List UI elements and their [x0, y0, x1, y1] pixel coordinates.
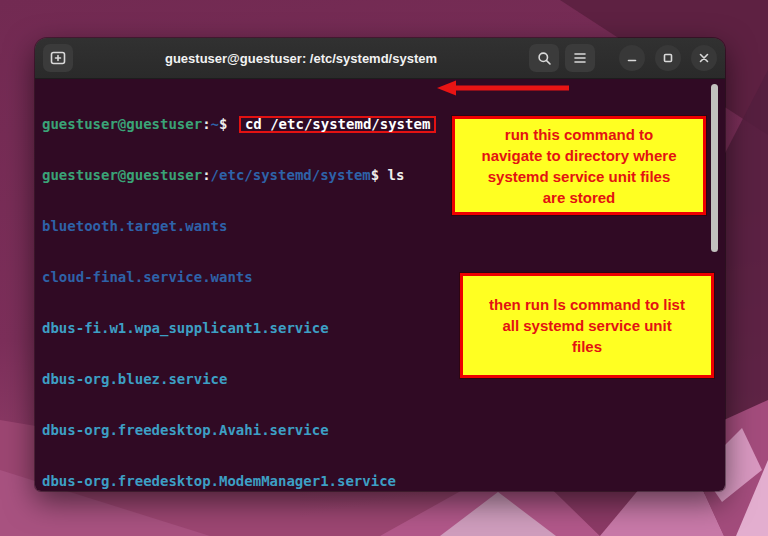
- left-arrow-icon: [437, 80, 569, 96]
- close-button[interactable]: [691, 45, 717, 71]
- ls-command: ls: [388, 167, 405, 183]
- minimize-icon: [626, 52, 638, 64]
- terminal-scrollbar[interactable]: [711, 84, 718, 252]
- callout-line: systemd service unit files: [488, 166, 671, 187]
- highlighted-cd-command: cd /etc/systemd/system: [239, 116, 436, 133]
- window-titlebar[interactable]: guestuser@guestuser: /etc/systemd/system: [35, 38, 725, 79]
- prompt-separator: :: [202, 116, 210, 132]
- listing-directory: bluetooth.target.wants: [42, 218, 725, 235]
- listing-symlink: dbus-org.freedesktop.ModemManager1.servi…: [42, 473, 725, 490]
- callout-cd-explanation: run this command to navigate to director…: [452, 116, 706, 215]
- prompt-dollar: $: [371, 167, 388, 183]
- callout-line: files: [572, 336, 602, 357]
- search-button[interactable]: [529, 44, 559, 72]
- callout-line: are stored: [543, 187, 616, 208]
- prompt-user-host: guestuser@guestuser: [42, 116, 202, 132]
- listing-symlink: dbus-org.freedesktop.Avahi.service: [42, 422, 725, 439]
- menu-button[interactable]: [565, 44, 595, 72]
- hamburger-menu-icon: [573, 52, 587, 64]
- callout-line: navigate to directory where: [481, 145, 676, 166]
- prompt-user-host: guestuser@guestuser: [42, 167, 202, 183]
- minimize-button[interactable]: [619, 45, 645, 71]
- prompt-separator: :: [202, 167, 210, 183]
- new-tab-button[interactable]: [43, 44, 73, 72]
- callout-line: then run ls command to list: [489, 294, 685, 315]
- prompt-dollar: $: [219, 116, 236, 132]
- new-tab-icon: [50, 51, 66, 65]
- callout-line: all systemd service unit: [502, 315, 671, 336]
- close-icon: [698, 52, 710, 64]
- maximize-icon: [662, 52, 674, 64]
- prompt-cwd: /etc/systemd/system: [211, 167, 371, 183]
- prompt-home-symbol: ~: [211, 116, 219, 132]
- callout-ls-explanation: then run ls command to list all systemd …: [460, 273, 714, 378]
- callout-line: run this command to: [505, 124, 653, 145]
- window-title: guestuser@guestuser: /etc/systemd/system: [79, 51, 523, 66]
- search-icon: [537, 51, 552, 66]
- terminal-window: guestuser@guestuser: /etc/systemd/system: [35, 38, 725, 491]
- annotation-arrow: [437, 80, 569, 100]
- maximize-button[interactable]: [655, 45, 681, 71]
